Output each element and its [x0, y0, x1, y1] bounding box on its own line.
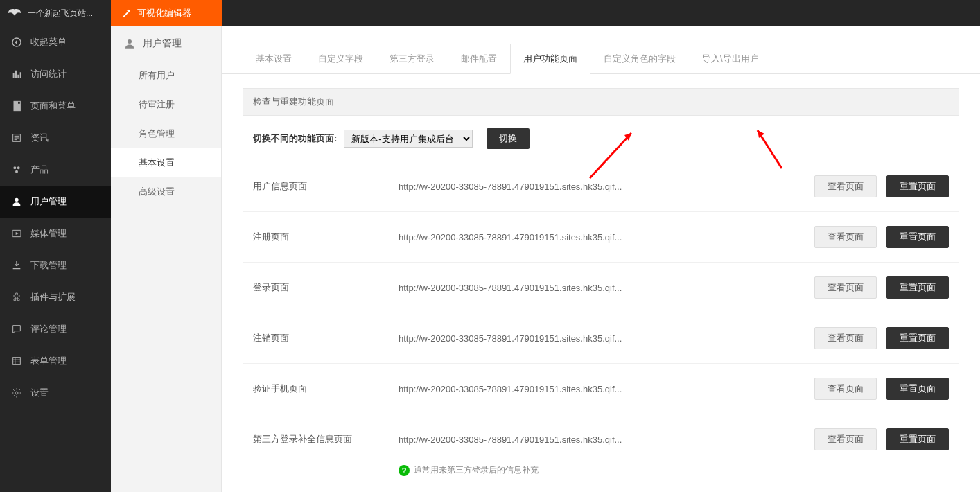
sidebar-item-label: 用户管理 [30, 195, 67, 208]
tab[interactable]: 自定义角色的字段 [590, 44, 689, 74]
sidebar-item-label: 媒体管理 [30, 227, 67, 240]
sidebar-sub-item[interactable]: 基本设置 [111, 148, 221, 177]
stats-icon [11, 69, 22, 80]
collapse-icon [11, 37, 22, 48]
reset-page-button[interactable]: 重置页面 [886, 175, 949, 197]
reset-page-button[interactable]: 重置页面 [886, 327, 949, 349]
view-page-button[interactable]: 查看页面 [814, 327, 877, 349]
svg-point-10 [128, 39, 132, 44]
sidebar-item-collapse[interactable]: 收起菜单 [0, 26, 111, 58]
sidebar-item-users[interactable]: 用户管理 [0, 186, 111, 218]
users-icon [123, 37, 136, 50]
sidebar-item-label: 设置 [30, 387, 49, 399]
sidebar-sub-item[interactable]: 高级设置 [111, 177, 221, 207]
view-page-button[interactable]: 查看页面 [814, 428, 877, 450]
logo-cell[interactable]: 一个新起飞页站... [0, 0, 111, 26]
sidebar-item-label: 插件与扩展 [30, 291, 76, 304]
tab[interactable]: 邮件配置 [448, 44, 510, 74]
functionality-pages-panel: 检查与重建功能页面 切换不同的功能页面: 新版本-支持用户集成后台 切换 用户信… [243, 88, 959, 489]
sidebar-item-settings[interactable]: 设置 [0, 377, 111, 409]
page-row-url: http://w-20200-33085-78891.479019151.sit… [399, 333, 814, 344]
sidebar-item-label: 表单管理 [30, 355, 67, 367]
page-row-label: 验证手机页面 [253, 383, 399, 395]
svg-point-4 [17, 166, 20, 169]
sidebar-item-pages[interactable]: 页面和菜单 [0, 90, 111, 122]
page-row-label: 登录页面 [253, 281, 399, 294]
page-row-url: http://w-20200-33085-78891.479019151.sit… [399, 283, 814, 293]
page-config-row: 登录页面http://w-20200-33085-78891.479019151… [243, 262, 959, 313]
tab[interactable]: 导入\导出用户 [689, 44, 772, 74]
page-config-row: 用户信息页面http://w-20200-33085-78891.4790191… [243, 161, 959, 211]
sidebar-item-product[interactable]: 产品 [0, 154, 111, 186]
download-icon [11, 260, 22, 271]
sidebar-item-label: 产品 [30, 164, 49, 176]
page-row-url: http://w-20200-33085-78891.479019151.sit… [399, 182, 814, 192]
version-select[interactable]: 新版本-支持用户集成后台 [344, 130, 473, 148]
tab[interactable]: 用户功能页面 [510, 44, 590, 74]
settings-icon [11, 387, 22, 398]
page-row-label: 注销页面 [253, 332, 399, 344]
sidebar-sub: 用户管理 所有用户待审注册角色管理基本设置高级设置 [111, 26, 222, 492]
page-config-row: 第三方登录补全信息页面http://w-20200-33085-78891.47… [243, 414, 959, 464]
sidebar-item-label: 评论管理 [30, 323, 67, 335]
svg-point-9 [15, 392, 18, 394]
sidebar-item-media[interactable]: 媒体管理 [0, 218, 111, 249]
view-page-button[interactable]: 查看页面 [814, 175, 877, 197]
sidebar-item-stats[interactable]: 访问统计 [0, 58, 111, 90]
page-row-label: 用户信息页面 [253, 180, 399, 193]
plugin-icon [11, 292, 22, 303]
page-row-label: 第三方登录补全信息页面 [253, 433, 399, 446]
sidebar-sub-item[interactable]: 角色管理 [111, 119, 221, 148]
sidebar-item-label: 访问统计 [30, 68, 67, 80]
comment-icon [11, 324, 22, 335]
content-area: 基本设置自定义字段第三方登录邮件配置用户功能页面自定义角色的字段导入\导出用户 … [222, 26, 980, 492]
sidebar-main: 收起菜单访问统计页面和菜单资讯产品用户管理媒体管理下载管理插件与扩展评论管理表单… [0, 26, 111, 492]
sidebar-item-label: 资讯 [30, 132, 49, 144]
panel-header: 检查与重建功能页面 [243, 89, 959, 116]
media-icon [11, 228, 22, 239]
switch-button[interactable]: 切换 [487, 128, 530, 149]
page-config-row: 注销页面http://w-20200-33085-78891.479019151… [243, 313, 959, 363]
sidebar-sub-item[interactable]: 待审注册 [111, 90, 221, 119]
reset-page-button[interactable]: 重置页面 [886, 276, 949, 299]
sidebar-item-form[interactable]: 表单管理 [0, 345, 111, 377]
sidebar-item-download[interactable]: 下载管理 [0, 249, 111, 281]
svg-point-3 [13, 166, 16, 169]
news-icon [11, 132, 22, 143]
tab[interactable]: 自定义字段 [305, 44, 376, 74]
reset-page-button[interactable]: 重置页面 [886, 428, 949, 450]
sidebar-sub-item[interactable]: 所有用户 [111, 61, 221, 90]
page-row-label: 注册页面 [253, 231, 399, 243]
view-page-button[interactable]: 查看页面 [814, 378, 877, 400]
page-config-row: 注册页面http://w-20200-33085-78891.479019151… [243, 211, 959, 262]
logo-icon [7, 6, 22, 21]
page-row-hint: ?通常用来第三方登录后的信息补充 [243, 464, 959, 489]
sidebar-item-label: 页面和菜单 [30, 100, 76, 112]
page-row-url: http://w-20200-33085-78891.479019151.sit… [399, 384, 814, 394]
sidebar-item-label: 下载管理 [30, 259, 67, 272]
svg-rect-8 [13, 358, 21, 365]
sidebar-item-news[interactable]: 资讯 [0, 122, 111, 154]
tabs: 基本设置自定义字段第三方登录邮件配置用户功能页面自定义角色的字段导入\导出用户 [222, 43, 980, 74]
view-page-button[interactable]: 查看页面 [814, 226, 877, 248]
tab[interactable]: 基本设置 [243, 44, 305, 74]
users-icon [11, 196, 22, 207]
sidebar-item-plugin[interactable]: 插件与扩展 [0, 281, 111, 313]
top-bar: 一个新起飞页站... 可视化编辑器 [0, 0, 980, 26]
site-title: 一个新起飞页站... [28, 8, 93, 19]
reset-page-button[interactable]: 重置页面 [886, 378, 949, 400]
page-row-url: http://w-20200-33085-78891.479019151.sit… [399, 232, 814, 243]
form-icon [11, 355, 22, 367]
switch-label: 切换不同的功能页面: [253, 132, 337, 145]
tab[interactable]: 第三方登录 [376, 44, 448, 74]
help-icon: ? [399, 465, 410, 476]
sidebar-item-label: 收起菜单 [30, 36, 67, 49]
svg-point-5 [15, 170, 18, 173]
sidebar-item-comment[interactable]: 评论管理 [0, 313, 111, 345]
reset-page-button[interactable]: 重置页面 [886, 226, 949, 248]
view-page-button[interactable]: 查看页面 [814, 276, 877, 299]
page-config-row: 验证手机页面http://w-20200-33085-78891.4790191… [243, 363, 959, 414]
visual-editor-button[interactable]: 可视化编辑器 [111, 0, 222, 26]
magic-wand-icon [121, 8, 132, 19]
page-row-url: http://w-20200-33085-78891.479019151.sit… [399, 434, 814, 445]
